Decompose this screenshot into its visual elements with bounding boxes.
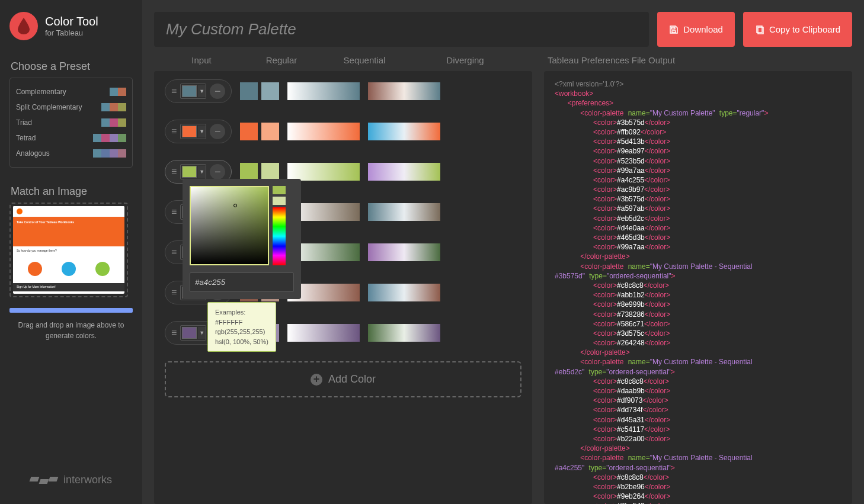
regular-swatches [240, 163, 279, 181]
hex-input[interactable] [190, 272, 294, 292]
chevron-down-icon: ▼ [198, 166, 206, 178]
progress-bar [9, 308, 133, 313]
drag-handle-icon[interactable]: ≡ [171, 207, 177, 217]
color-dropdown[interactable]: ▼ [180, 325, 206, 341]
color-preview-alt [273, 197, 286, 205]
color-preview [273, 186, 286, 194]
color-dropdown[interactable]: ▼ [180, 164, 206, 179]
sequential-gradient [287, 82, 360, 100]
match-section-title: Match an Image [0, 177, 142, 203]
color-picker-popup[interactable] [183, 179, 301, 299]
copy-button[interactable]: Copy to Clipboard [743, 12, 852, 47]
logo: Color Tool for Tableau [0, 0, 142, 52]
diverging-gradient [368, 123, 440, 140]
sidebar: Color Tool for Tableau Choose a Preset C… [0, 0, 142, 504]
diverging-gradient [368, 284, 440, 301]
color-dropdown[interactable]: ▼ [180, 124, 206, 139]
diverging-gradient [368, 324, 440, 342]
drag-handle-icon[interactable]: ≡ [171, 86, 177, 97]
preset-triad[interactable]: Triad [16, 115, 126, 130]
logo-subtitle: for Tableau [45, 28, 98, 37]
diverging-gradient [368, 163, 440, 181]
output-title: Tableau Preferences File Output [544, 55, 852, 71]
sequential-gradient [287, 324, 360, 342]
palette-name-input[interactable] [154, 12, 649, 47]
drop-hint: Drag and drop an image above to generate… [0, 320, 142, 341]
diverging-gradient [368, 82, 440, 100]
image-preview: Take Control of Your Tableau Workbooks S… [13, 206, 124, 294]
sequential-gradient [287, 163, 360, 181]
drag-handle-icon[interactable]: ≡ [171, 247, 177, 258]
color-input-group[interactable]: ≡▼− [165, 79, 232, 103]
preset-split-complementary[interactable]: Split Complementary [16, 99, 126, 115]
add-color-button[interactable]: +Add Color [165, 361, 521, 397]
preset-complementary[interactable]: Complementary [16, 84, 126, 99]
rows-container: ≡▼−≡▼−≡▼−≡▼−≡▼−≡▼−≡▼−+Add Color Examples… [154, 71, 532, 504]
column-headers: Input Regular Sequential Diverging [154, 55, 532, 71]
color-input-group[interactable]: ≡▼− [165, 120, 232, 143]
saturation-value-area[interactable] [190, 186, 269, 265]
preset-tetrad[interactable]: Tetrad [16, 130, 126, 146]
chevron-down-icon: ▼ [198, 327, 206, 339]
logo-icon [9, 12, 38, 40]
chevron-down-icon: ▼ [198, 85, 206, 97]
regular-swatches [240, 82, 279, 100]
color-row: ≡▼− [165, 120, 521, 143]
logo-title: Color Tool [45, 15, 98, 28]
remove-button[interactable]: − [210, 164, 225, 179]
xml-output[interactable]: <?xml version='1.0'?> <workbook> <prefer… [544, 71, 852, 504]
drag-handle-icon[interactable]: ≡ [171, 166, 177, 177]
drag-handle-icon[interactable]: ≡ [171, 126, 177, 137]
drag-handle-icon[interactable]: ≡ [171, 287, 177, 298]
color-dropdown[interactable]: ▼ [180, 84, 206, 99]
drag-handle-icon[interactable]: ≡ [171, 328, 177, 338]
sequential-gradient [287, 123, 360, 140]
image-dropzone[interactable]: Take Control of Your Tableau Workbooks S… [9, 203, 128, 297]
remove-button[interactable]: − [210, 124, 225, 139]
preset-list: ComplementarySplit ComplementaryTriadTet… [9, 78, 133, 168]
color-row: ≡▼− [165, 79, 521, 103]
preset-section-title: Choose a Preset [0, 52, 142, 78]
examples-tooltip: Examples: #FFFFFF rgb(255,255,255) hsl(0… [207, 302, 276, 352]
plus-icon: + [311, 374, 322, 386]
chevron-down-icon: ▼ [198, 126, 206, 137]
diverging-gradient [368, 203, 440, 221]
remove-button[interactable]: − [210, 84, 225, 99]
regular-swatches [240, 123, 279, 140]
download-button[interactable]: Download [657, 12, 735, 47]
save-icon [669, 25, 679, 34]
hue-slider[interactable] [273, 207, 286, 265]
preset-analogous[interactable]: Analogous [16, 146, 126, 161]
main: Download Copy to Clipboard Input Regular… [142, 0, 864, 504]
clipboard-icon [755, 25, 764, 34]
interworks-logo[interactable]: interworks [0, 456, 142, 504]
diverging-gradient [368, 243, 440, 261]
